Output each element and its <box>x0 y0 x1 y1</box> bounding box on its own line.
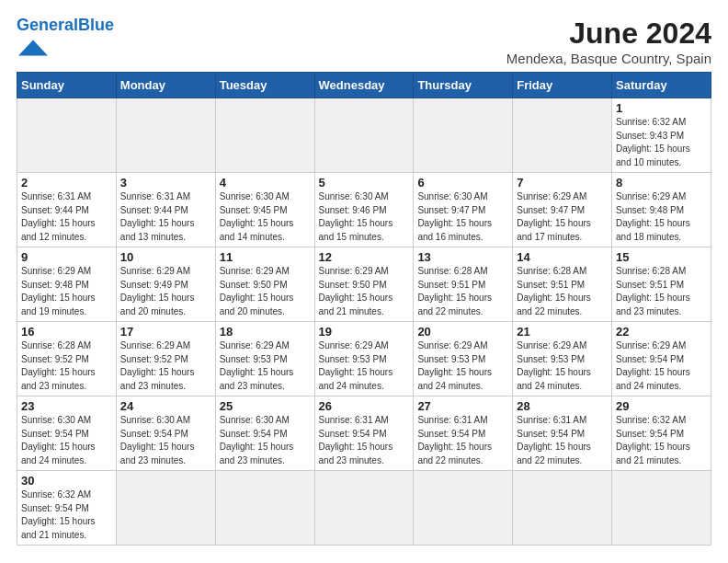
day-number: 12 <box>319 250 410 264</box>
calendar-cell <box>215 471 314 546</box>
calendar-cell <box>17 98 117 173</box>
logo-general: General <box>17 16 78 34</box>
day-number: 1 <box>616 101 707 115</box>
day-number: 29 <box>616 399 707 413</box>
calendar-cell: 22Sunrise: 6:29 AM Sunset: 9:54 PM Dayli… <box>612 322 711 396</box>
day-number: 3 <box>120 176 211 190</box>
calendar-cell: 2Sunrise: 6:31 AM Sunset: 9:44 PM Daylig… <box>17 173 117 247</box>
calendar-cell <box>513 471 612 546</box>
day-info: Sunrise: 6:29 AM Sunset: 9:50 PM Dayligh… <box>220 265 311 318</box>
day-number: 22 <box>616 325 707 339</box>
calendar-cell: 9Sunrise: 6:29 AM Sunset: 9:48 PM Daylig… <box>17 247 117 322</box>
day-number: 15 <box>616 250 707 264</box>
day-number: 21 <box>517 325 608 339</box>
day-info: Sunrise: 6:28 AM Sunset: 9:51 PM Dayligh… <box>517 265 608 318</box>
col-header-friday: Friday <box>513 73 612 98</box>
day-info: Sunrise: 6:29 AM Sunset: 9:53 PM Dayligh… <box>517 339 608 393</box>
calendar-table: SundayMondayTuesdayWednesdayThursdayFrid… <box>17 72 711 546</box>
day-info: Sunrise: 6:30 AM Sunset: 9:47 PM Dayligh… <box>417 190 508 244</box>
day-info: Sunrise: 6:29 AM Sunset: 9:48 PM Dayligh… <box>21 265 112 318</box>
day-info: Sunrise: 6:29 AM Sunset: 9:53 PM Dayligh… <box>220 339 311 393</box>
day-number: 11 <box>220 250 311 264</box>
calendar-cell: 7Sunrise: 6:29 AM Sunset: 9:47 PM Daylig… <box>513 173 612 247</box>
calendar-cell <box>314 98 414 173</box>
col-header-wednesday: Wednesday <box>314 73 414 98</box>
calendar-week-3: 16Sunrise: 6:28 AM Sunset: 9:52 PM Dayli… <box>17 322 711 396</box>
day-number: 30 <box>21 474 112 488</box>
col-header-saturday: Saturday <box>612 73 711 98</box>
calendar-week-1: 2Sunrise: 6:31 AM Sunset: 9:44 PM Daylig… <box>17 173 711 247</box>
calendar-cell <box>612 471 711 546</box>
day-info: Sunrise: 6:29 AM Sunset: 9:52 PM Dayligh… <box>120 339 211 393</box>
day-info: Sunrise: 6:31 AM Sunset: 9:44 PM Dayligh… <box>120 190 211 244</box>
day-info: Sunrise: 6:29 AM Sunset: 9:50 PM Dayligh… <box>319 265 410 318</box>
calendar-cell: 19Sunrise: 6:29 AM Sunset: 9:53 PM Dayli… <box>314 322 414 396</box>
day-number: 19 <box>319 325 410 339</box>
day-info: Sunrise: 6:32 AM Sunset: 9:54 PM Dayligh… <box>616 414 707 467</box>
calendar-week-2: 9Sunrise: 6:29 AM Sunset: 9:48 PM Daylig… <box>17 247 711 322</box>
day-info: Sunrise: 6:32 AM Sunset: 9:54 PM Dayligh… <box>21 488 112 542</box>
calendar-cell: 3Sunrise: 6:31 AM Sunset: 9:44 PM Daylig… <box>116 173 215 247</box>
calendar-cell <box>314 471 414 546</box>
day-number: 18 <box>220 325 311 339</box>
col-header-monday: Monday <box>116 73 215 98</box>
calendar-cell: 20Sunrise: 6:29 AM Sunset: 9:53 PM Dayli… <box>414 322 513 396</box>
main-title: June 2024 <box>506 17 711 51</box>
calendar-cell: 23Sunrise: 6:30 AM Sunset: 9:54 PM Dayli… <box>17 396 117 471</box>
calendar-cell: 13Sunrise: 6:28 AM Sunset: 9:51 PM Dayli… <box>414 247 513 322</box>
day-info: Sunrise: 6:29 AM Sunset: 9:48 PM Dayligh… <box>616 190 707 244</box>
logo: GeneralBlue <box>17 17 114 64</box>
day-number: 10 <box>120 250 211 264</box>
day-number: 16 <box>21 325 112 339</box>
calendar-cell: 1Sunrise: 6:32 AM Sunset: 9:43 PM Daylig… <box>612 98 711 173</box>
day-info: Sunrise: 6:30 AM Sunset: 9:54 PM Dayligh… <box>220 414 311 467</box>
subtitle: Mendexa, Basque Country, Spain <box>506 51 711 66</box>
col-header-tuesday: Tuesday <box>215 73 314 98</box>
svg-marker-0 <box>18 40 48 55</box>
calendar-cell <box>513 98 612 173</box>
calendar-cell: 10Sunrise: 6:29 AM Sunset: 9:49 PM Dayli… <box>116 247 215 322</box>
header: GeneralBlue June 2024 Mendexa, Basque Co… <box>17 17 711 66</box>
day-info: Sunrise: 6:29 AM Sunset: 9:49 PM Dayligh… <box>120 265 211 318</box>
day-info: Sunrise: 6:31 AM Sunset: 9:44 PM Dayligh… <box>21 190 112 244</box>
day-info: Sunrise: 6:31 AM Sunset: 9:54 PM Dayligh… <box>319 414 410 467</box>
day-info: Sunrise: 6:31 AM Sunset: 9:54 PM Dayligh… <box>517 414 608 467</box>
day-info: Sunrise: 6:30 AM Sunset: 9:46 PM Dayligh… <box>319 190 410 244</box>
calendar-cell <box>414 471 513 546</box>
calendar-cell: 4Sunrise: 6:30 AM Sunset: 9:45 PM Daylig… <box>215 173 314 247</box>
calendar-week-4: 23Sunrise: 6:30 AM Sunset: 9:54 PM Dayli… <box>17 396 711 471</box>
day-number: 28 <box>517 399 608 413</box>
col-header-sunday: Sunday <box>17 73 117 98</box>
day-number: 27 <box>417 399 508 413</box>
day-info: Sunrise: 6:31 AM Sunset: 9:54 PM Dayligh… <box>417 414 508 467</box>
calendar-cell: 21Sunrise: 6:29 AM Sunset: 9:53 PM Dayli… <box>513 322 612 396</box>
day-info: Sunrise: 6:29 AM Sunset: 9:47 PM Dayligh… <box>517 190 608 244</box>
logo-blue: Blue <box>78 16 114 34</box>
day-number: 4 <box>220 176 311 190</box>
calendar-cell: 18Sunrise: 6:29 AM Sunset: 9:53 PM Dayli… <box>215 322 314 396</box>
day-number: 2 <box>21 176 112 190</box>
calendar-cell: 24Sunrise: 6:30 AM Sunset: 9:54 PM Dayli… <box>116 396 215 471</box>
day-number: 17 <box>120 325 211 339</box>
page: GeneralBlue June 2024 Mendexa, Basque Co… <box>0 0 728 555</box>
calendar-cell <box>414 98 513 173</box>
day-info: Sunrise: 6:28 AM Sunset: 9:51 PM Dayligh… <box>417 265 508 318</box>
calendar-cell: 6Sunrise: 6:30 AM Sunset: 9:47 PM Daylig… <box>414 173 513 247</box>
calendar-cell: 26Sunrise: 6:31 AM Sunset: 9:54 PM Dayli… <box>314 396 414 471</box>
calendar-header-row: SundayMondayTuesdayWednesdayThursdayFrid… <box>17 73 711 98</box>
day-info: Sunrise: 6:29 AM Sunset: 9:53 PM Dayligh… <box>417 339 508 393</box>
calendar-cell: 15Sunrise: 6:28 AM Sunset: 9:51 PM Dayli… <box>612 247 711 322</box>
calendar-cell: 17Sunrise: 6:29 AM Sunset: 9:52 PM Dayli… <box>116 322 215 396</box>
day-number: 5 <box>319 176 410 190</box>
day-number: 20 <box>417 325 508 339</box>
calendar-cell: 27Sunrise: 6:31 AM Sunset: 9:54 PM Dayli… <box>414 396 513 471</box>
calendar-cell: 5Sunrise: 6:30 AM Sunset: 9:46 PM Daylig… <box>314 173 414 247</box>
day-info: Sunrise: 6:30 AM Sunset: 9:45 PM Dayligh… <box>220 190 311 244</box>
day-info: Sunrise: 6:30 AM Sunset: 9:54 PM Dayligh… <box>120 414 211 467</box>
title-block: June 2024 Mendexa, Basque Country, Spain <box>506 17 711 66</box>
calendar-week-5: 30Sunrise: 6:32 AM Sunset: 9:54 PM Dayli… <box>17 471 711 546</box>
calendar-week-0: 1Sunrise: 6:32 AM Sunset: 9:43 PM Daylig… <box>17 98 711 173</box>
day-info: Sunrise: 6:29 AM Sunset: 9:53 PM Dayligh… <box>319 339 410 393</box>
calendar-cell: 30Sunrise: 6:32 AM Sunset: 9:54 PM Dayli… <box>17 471 117 546</box>
day-info: Sunrise: 6:32 AM Sunset: 9:43 PM Dayligh… <box>616 116 707 169</box>
